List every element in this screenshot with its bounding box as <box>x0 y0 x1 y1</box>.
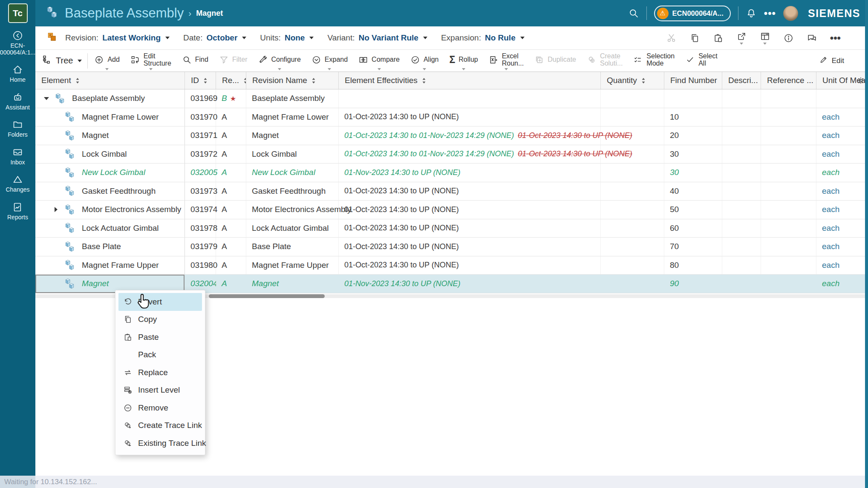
window-scrollbar-strip[interactable] <box>865 0 868 488</box>
paste-icon[interactable] <box>713 33 724 43</box>
cell-element[interactable]: Gasket Feedthrough <box>35 182 185 201</box>
info-icon[interactable] <box>783 33 794 43</box>
column-header-find-number[interactable]: Find Number <box>664 72 722 89</box>
cell-element[interactable]: Magnet Frame Lower <box>35 108 185 126</box>
column-header-quantity[interactable]: Quantity <box>601 72 664 89</box>
sidebar-item-changes[interactable]: Changes <box>0 174 35 193</box>
date-value-dropdown[interactable]: October <box>206 33 237 43</box>
table-row[interactable]: Baseplate Assembly031969B★Baseplate Asse… <box>35 89 868 108</box>
column-header-id[interactable]: ID <box>185 72 216 89</box>
column-header-re[interactable]: Re... <box>216 72 246 89</box>
notifications-icon[interactable] <box>746 8 757 19</box>
status-bar: Waiting for 10.134.152.162... <box>0 476 97 488</box>
context-menu-item-revert[interactable]: Revert <box>118 293 202 311</box>
column-header-reference[interactable]: Reference ... <box>761 72 816 89</box>
horizontal-scrollbar-thumb[interactable] <box>209 294 325 298</box>
table-row[interactable]: Gasket Feedthrough031973AGasket Feedthro… <box>35 182 868 201</box>
context-menu-item-replace[interactable]: Replace <box>115 364 205 382</box>
cell-element[interactable]: Baseplate Assembly <box>35 89 185 108</box>
element-name: Lock Actuator Gimbal <box>82 224 159 233</box>
toolbar-button-expand[interactable]: Expand <box>311 50 348 72</box>
context-menu-item-insert-level[interactable]: Insert Level <box>115 382 205 399</box>
view-selector-tree[interactable]: Tree <box>42 55 82 67</box>
context-menu-item-create-trace-link[interactable]: Create Trace Link <box>115 417 205 435</box>
sidebar-item-inbox[interactable]: Inbox <box>0 146 35 166</box>
table-row[interactable]: Magnet031971AMagnet01-Oct-2023 14:30 to … <box>35 126 868 145</box>
expansion-value-dropdown[interactable]: No Rule <box>485 33 516 43</box>
toolbar-button-label: Configure <box>271 56 300 63</box>
column-header-element[interactable]: Element <box>35 72 185 89</box>
share-icon[interactable] <box>736 31 747 45</box>
cell-element[interactable]: New Lock Gimbal <box>35 164 185 182</box>
bottom-band <box>0 476 868 488</box>
table-row[interactable]: Motor Electronics Assembly031974AMotor E… <box>35 201 868 219</box>
revision-value-dropdown[interactable]: Latest Working <box>102 33 161 43</box>
column-header-unit-of-measure[interactable]: Unit Of Measure <box>816 72 868 89</box>
table-row[interactable]: Magnet Frame Upper031980AMagnet Frame Up… <box>35 256 868 275</box>
gear-icon[interactable] <box>856 76 865 87</box>
table-row[interactable]: Magnet Frame Lower031970AMagnet Frame Lo… <box>35 108 868 127</box>
toolbar-button-select-all[interactable]: SelectAll <box>685 50 717 72</box>
context-menu-item-paste[interactable]: Paste <box>115 328 205 346</box>
toolbar-button-selection-mode[interactable]: SelectionMode <box>633 50 675 72</box>
header-more-icon[interactable]: ••• <box>764 9 776 17</box>
expander-collapsed-icon[interactable] <box>55 207 58 212</box>
sidebar-item-assistant[interactable]: Assistant <box>0 92 35 111</box>
cell-effectivities: 01-Oct-2023 14:30 to UP (NONE) <box>339 256 601 275</box>
column-header-element-effectivities[interactable]: Element Effectivities <box>339 72 601 89</box>
edit-button[interactable]: Edit <box>819 55 844 66</box>
toolbar-button-find[interactable]: Find <box>182 50 208 72</box>
sidebar-item-reports[interactable]: Reports <box>0 201 35 221</box>
toolbar-button-compare[interactable]: Compare <box>358 50 400 72</box>
sidebar-item-home[interactable]: Home <box>0 64 35 83</box>
cell-element[interactable]: Magnet Frame Upper <box>35 256 185 275</box>
cell-effectivities: 01-Oct-2023 14:30 to UP (NONE) <box>339 108 601 126</box>
revision-label: Revision: <box>65 33 98 43</box>
revision-rule-icon <box>46 32 58 44</box>
teamcenter-logo[interactable]: Tc <box>8 3 28 23</box>
top-header-bar: Baseplate Assembly › Magnet ⚠ ECN000064/… <box>35 0 868 26</box>
cell-element[interactable]: Base Plate <box>35 238 185 256</box>
table-row[interactable]: Lock Gimbal031972ALock Gimbal01-Oct-2023… <box>35 145 868 164</box>
column-header-label: Revision Name <box>252 76 307 85</box>
more-icon[interactable]: ••• <box>830 34 841 42</box>
units-value-dropdown[interactable]: None <box>285 33 305 43</box>
cell-element[interactable]: Magnet <box>35 126 185 145</box>
variant-value-dropdown[interactable]: No Variant Rule <box>358 33 418 43</box>
context-menu-item-pack[interactable]: Pack <box>115 346 205 364</box>
feedback-icon[interactable] <box>807 33 817 43</box>
toolbar-button-excel-roun[interactable]: ExcelRoun... <box>489 50 524 72</box>
toolbar-button-label: Compare <box>372 56 400 63</box>
cell-element[interactable]: Lock Actuator Gimbal <box>35 219 185 238</box>
sort-icon <box>203 78 208 84</box>
context-menu-item-existing-trace-link[interactable]: Existing Trace Link <box>115 434 205 452</box>
table-layout-icon[interactable] <box>760 31 770 45</box>
cell-element[interactable]: Lock Gimbal <box>35 145 185 164</box>
table-row[interactable]: Lock Actuator Gimbal031978ALock Actuator… <box>35 219 868 238</box>
context-menu-item-remove[interactable]: Remove <box>115 399 205 417</box>
expander-expanded-icon[interactable] <box>44 97 49 100</box>
cell-revision: B★ <box>216 89 246 108</box>
sidebar-item-ecn[interactable]: ECN- 000064/A:1... <box>0 30 35 56</box>
cell-description <box>722 275 761 293</box>
copy-icon[interactable] <box>689 33 700 43</box>
toolbar-button-rollup[interactable]: ΣRollup <box>450 50 478 72</box>
toolbar-button-add[interactable]: Add <box>94 50 119 72</box>
toolbar-button-edit-structure[interactable]: EditStructure <box>130 50 171 72</box>
active-change-badge[interactable]: ⚠ ECN000064/A... <box>654 6 731 21</box>
context-menu-item-copy[interactable]: Copy <box>115 311 205 329</box>
date-label: Date: <box>183 33 202 43</box>
sidebar-item-folders[interactable]: Folders <box>0 119 35 138</box>
sidebar-item-label: Assistant <box>6 104 30 111</box>
table-row[interactable]: New Lock Gimbal032005ANew Lock Gimbal01-… <box>35 164 868 182</box>
avatar[interactable] <box>783 6 798 21</box>
column-header-revision-name[interactable]: Revision Name <box>246 72 339 89</box>
column-header-descri[interactable]: Descri... <box>722 72 761 89</box>
toolbar-button-configure[interactable]: Configure <box>258 50 300 72</box>
toolbar-button-align[interactable]: Align <box>410 50 439 72</box>
table-row[interactable]: Base Plate031979ABase Plate01-Oct-2023 1… <box>35 238 868 256</box>
breadcrumb-root[interactable]: Baseplate Assembly <box>65 6 184 21</box>
revision-letter: A <box>222 187 227 196</box>
cell-element[interactable]: Motor Electronics Assembly <box>35 201 185 219</box>
search-icon[interactable] <box>628 8 639 19</box>
